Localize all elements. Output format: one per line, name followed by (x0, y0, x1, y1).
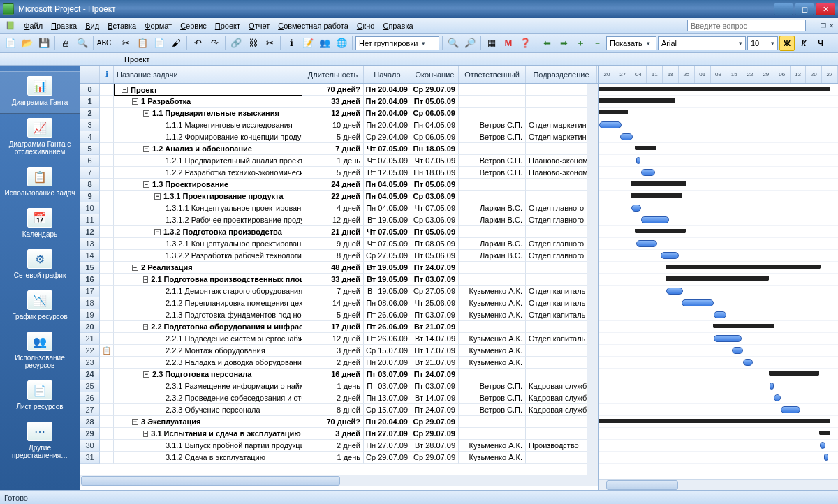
collapse-icon[interactable]: − (143, 110, 149, 117)
spellcheck-icon[interactable]: ABC (96, 36, 112, 51)
start-cell[interactable]: Пт 26.06.09 (364, 333, 411, 345)
row-number[interactable]: 26 (80, 392, 100, 404)
responsible-cell[interactable] (459, 226, 526, 238)
collapse-icon[interactable]: − (143, 276, 148, 283)
start-cell[interactable]: Вт 19.05.09 (364, 274, 411, 286)
duration-cell[interactable]: 8 дней (302, 250, 364, 262)
row-number[interactable]: 15 (80, 262, 100, 274)
start-cell[interactable]: Ср 29.04.09 (364, 131, 411, 143)
duration-cell[interactable]: 9 дней (302, 238, 364, 250)
gantt-summary-bar[interactable] (631, 181, 686, 186)
copy-icon[interactable]: 📋 (135, 36, 150, 51)
responsible-cell[interactable]: Ветров С.П. (459, 155, 526, 167)
responsible-cell[interactable]: Кузьменко А.К. (459, 440, 526, 452)
undo-icon[interactable]: ↶ (190, 36, 205, 51)
outdent-icon[interactable]: ⬅ (539, 36, 554, 51)
task-name-cell[interactable]: 1.3.2.1 Концептуальное проектирование (114, 238, 302, 250)
task-name-cell[interactable]: 2.2.3 Наладка и доводка оборудования (114, 357, 302, 369)
start-cell[interactable]: Пн 13.07.09 (364, 392, 411, 404)
gantt-row[interactable] (599, 119, 838, 131)
task-name-cell[interactable]: −2.1 Подготовка производственных площад (114, 274, 302, 286)
end-cell[interactable]: Вт 21.07.09 (411, 321, 459, 333)
end-cell[interactable]: Пт 05.06.09 (411, 96, 459, 108)
start-cell[interactable]: Ср 27.05.09 (364, 250, 411, 262)
duration-cell[interactable]: 33 дней (302, 96, 364, 108)
menu-Файл[interactable]: Файл (20, 20, 47, 31)
collapse-icon[interactable]: − (143, 324, 148, 330)
gantt-row[interactable] (599, 357, 838, 369)
gantt-task-bar[interactable] (599, 121, 622, 128)
collapse-icon[interactable]: − (143, 371, 149, 378)
vertical-scrollbar[interactable] (587, 84, 598, 475)
task-row[interactable]: 1−1 Разработка33 днейПн 20.04.09Пт 05.06… (80, 96, 598, 108)
task-name-cell[interactable]: −2.2 Подготовка оборудования и инфрастру (114, 321, 302, 333)
end-cell[interactable]: Пт 03.07.09 (411, 380, 459, 392)
task-name-cell[interactable]: 1.1.2 Формирование концепции продукта (114, 131, 302, 143)
task-row[interactable]: 101.3.1.1 Концептуальное проектирование4… (80, 202, 598, 214)
end-cell[interactable]: Пт 05.06.09 (411, 250, 459, 262)
duration-cell[interactable]: 2 дней (302, 440, 364, 452)
task-name-cell[interactable]: 1.3.1.2 Рабочее проектирование продукт (114, 214, 302, 226)
gantt-row[interactable] (599, 202, 838, 214)
duration-cell[interactable]: 12 дней (302, 214, 364, 226)
end-cell[interactable]: Ср 29.07.09 (411, 416, 459, 428)
end-cell[interactable]: Ср 06.05.09 (411, 131, 459, 143)
responsible-cell[interactable]: Ветров С.П. (459, 404, 526, 416)
end-cell[interactable]: Вт 14.07.09 (411, 392, 459, 404)
end-cell[interactable]: Пн 18.05.09 (411, 143, 459, 155)
mdi-restore-button[interactable]: ❐ (820, 22, 827, 29)
view-Сетевой график[interactable]: ⚙Сетевой график (0, 245, 80, 286)
end-cell[interactable]: Пн 18.05.09 (411, 167, 459, 179)
gantt-summary-bar[interactable] (666, 265, 820, 269)
task-name-cell[interactable]: −3.1 Испытания и сдача в эксплуатацию (114, 428, 302, 440)
unlink-icon[interactable]: ⛓ (245, 36, 260, 51)
mdi-minimize-button[interactable]: _ (811, 22, 818, 29)
task-name-cell[interactable]: 2.3.2 Проведение собеседования и отбора (114, 392, 302, 404)
task-name-cell[interactable]: −Проект (114, 84, 302, 96)
help-search-input[interactable] (687, 20, 806, 31)
start-cell[interactable]: Пт 03.07.09 (364, 380, 411, 392)
task-row[interactable]: 9−1.3.1 Проектирование продукта22 днейПн… (80, 191, 598, 202)
duration-cell[interactable]: 21 дней (302, 226, 364, 238)
gantt-task-bar[interactable] (620, 133, 633, 140)
gantt-task-bar[interactable] (774, 394, 781, 401)
start-cell[interactable]: Ср 15.07.09 (364, 404, 411, 416)
gantt-task-bar[interactable] (770, 383, 774, 390)
gantt-row[interactable] (599, 440, 838, 452)
bold-button[interactable]: Ж (779, 36, 795, 51)
cut-icon[interactable]: ✂ (118, 36, 133, 51)
gantt-row[interactable] (599, 286, 838, 297)
end-cell[interactable]: Ср 06.05.09 (411, 108, 459, 119)
responsible-cell[interactable]: Ларкин В.С. (459, 238, 526, 250)
gantt-row[interactable] (599, 226, 838, 238)
end-cell[interactable]: Пт 03.07.09 (411, 309, 459, 321)
gantt-summary-bar[interactable] (770, 371, 818, 376)
duration-cell[interactable]: 3 дней (302, 428, 364, 440)
gantt-row[interactable] (599, 143, 838, 155)
task-row[interactable]: 16−2.1 Подготовка производственных площа… (80, 274, 598, 286)
end-cell[interactable]: Пт 24.07.09 (411, 369, 459, 380)
row-number[interactable]: 22 (80, 345, 100, 357)
gantt-task-bar[interactable] (743, 359, 753, 366)
task-name-cell[interactable]: 2.3.3 Обучение персонала (114, 404, 302, 416)
row-number[interactable]: 31 (80, 452, 100, 464)
gantt-row[interactable] (599, 191, 838, 202)
link-icon[interactable]: 🔗 (228, 36, 244, 51)
end-cell[interactable]: Пт 05.06.09 (411, 179, 459, 191)
view-Лист ресурсов[interactable]: 📄Лист ресурсов (0, 376, 80, 417)
duration-cell[interactable]: 14 дней (302, 297, 364, 309)
start-cell[interactable]: Пн 20.04.09 (364, 108, 411, 119)
task-row[interactable]: 12−1.3.2 Подготовка производства21 днейЧ… (80, 226, 598, 238)
responsible-cell[interactable]: Кузьменко А.К. (459, 345, 526, 357)
row-number[interactable]: 10 (80, 202, 100, 214)
view-График ресурсов[interactable]: 📉График ресурсов (0, 286, 80, 327)
gantt-row[interactable] (599, 321, 838, 333)
start-cell[interactable]: Пн 04.05.09 (364, 191, 411, 202)
duration-cell[interactable]: 24 дней (302, 179, 364, 191)
view-Использование ресурсов[interactable]: 👥Использование ресурсов (0, 327, 80, 376)
start-cell[interactable]: Чт 07.05.09 (364, 238, 411, 250)
end-cell[interactable]: Пт 08.05.09 (411, 238, 459, 250)
collapse-icon[interactable]: − (154, 229, 161, 235)
gantt-row[interactable] (599, 392, 838, 404)
gantt-summary-bar[interactable] (631, 193, 682, 198)
